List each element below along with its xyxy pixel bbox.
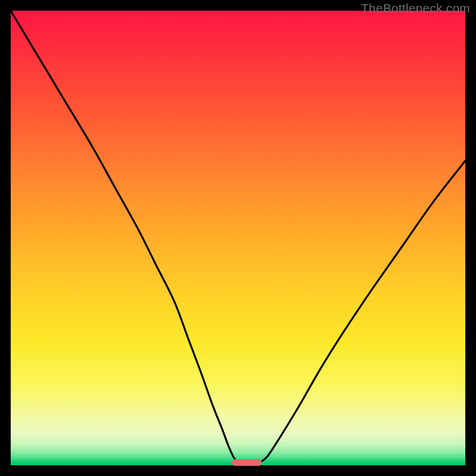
bottleneck-curve bbox=[11, 11, 465, 465]
watermark-text: TheBottleneck.com bbox=[361, 1, 470, 15]
chart-frame: TheBottleneck.com bbox=[0, 0, 476, 476]
bottleneck-marker bbox=[232, 459, 262, 466]
chart-plot-area bbox=[11, 11, 465, 465]
